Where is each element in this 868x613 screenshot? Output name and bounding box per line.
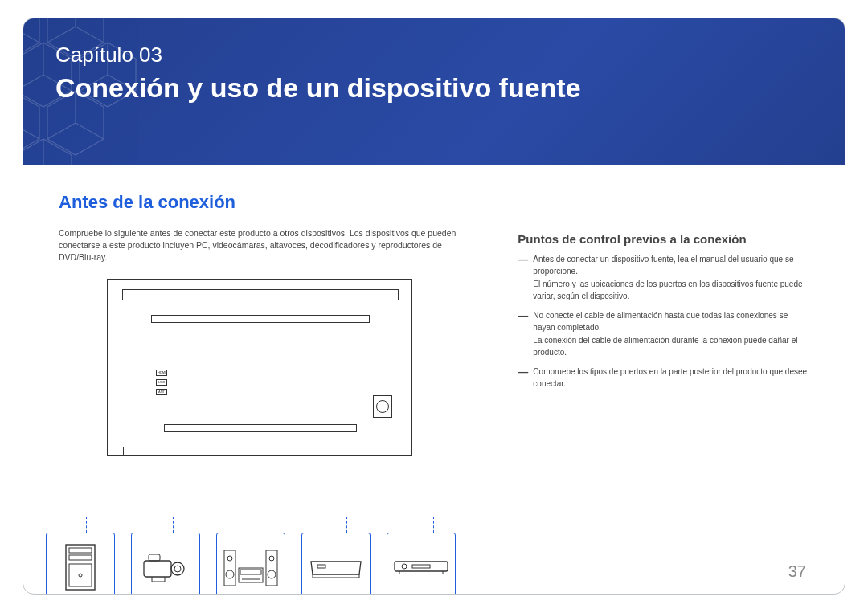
connection-diagram: HDMI USB ANT xyxy=(59,279,473,456)
checkpoint-main: Compruebe los tipos de puertos en la par… xyxy=(533,367,807,388)
dashed-connector xyxy=(260,517,260,533)
right-column: Puntos de control previos a la conexión … xyxy=(518,192,809,456)
svg-point-13 xyxy=(269,556,274,561)
device-set-top-box xyxy=(301,533,371,595)
intro-paragraph: Compruebe lo siguiente antes de conectar… xyxy=(59,227,473,264)
dashed-connector xyxy=(86,517,435,517)
stereo-speakers-icon xyxy=(223,546,279,589)
camcorder-icon xyxy=(141,550,190,585)
dashed-connector xyxy=(86,517,87,533)
checkpoint-item: ― No conecte el cable de alimentación ha… xyxy=(518,310,809,358)
port-label: HDMI xyxy=(156,370,167,376)
pc-tower-icon xyxy=(64,543,96,591)
set-top-box-icon xyxy=(309,555,362,579)
svg-point-19 xyxy=(402,564,407,569)
device-pc-tower xyxy=(46,533,115,595)
dvd-player-icon xyxy=(393,558,449,576)
svg-point-7 xyxy=(174,566,181,572)
svg-point-14 xyxy=(268,570,276,578)
svg-rect-0 xyxy=(66,545,95,590)
device-dvd-player xyxy=(387,533,456,595)
dash-icon: ― xyxy=(518,254,528,302)
dash-icon: ― xyxy=(518,366,528,390)
checkpoint-sub: El número y las ubicaciones de los puert… xyxy=(533,279,809,302)
svg-point-10 xyxy=(227,556,232,561)
left-column: Antes de la conexión Compruebe lo siguie… xyxy=(59,192,473,456)
dashed-connector xyxy=(260,468,260,517)
svg-rect-8 xyxy=(149,554,160,561)
svg-point-4 xyxy=(79,574,82,577)
chapter-label: Capítulo 03 xyxy=(55,43,813,67)
tv-back-panel: HDMI USB ANT xyxy=(107,279,412,456)
svg-rect-20 xyxy=(412,565,430,568)
svg-rect-3 xyxy=(69,564,92,586)
svg-point-6 xyxy=(171,562,184,575)
dash-icon: ― xyxy=(518,310,528,358)
content-area: Antes de la conexión Compruebe lo siguie… xyxy=(23,165,845,456)
svg-rect-2 xyxy=(69,555,92,560)
port-label: USB xyxy=(156,379,167,386)
subsection-heading: Puntos de control previos a la conexión xyxy=(518,232,809,246)
chapter-title: Conexión y uso de un dispositivo fuente xyxy=(55,72,813,104)
svg-point-11 xyxy=(226,570,234,578)
checkpoint-sub: La conexión del cable de alimentación du… xyxy=(533,335,809,358)
svg-rect-1 xyxy=(69,548,92,553)
port-label: ANT xyxy=(156,389,167,395)
cube-pattern-icon xyxy=(23,18,168,195)
checkpoint-item: ― Antes de conectar un dispositivo fuent… xyxy=(518,254,809,302)
devices-row xyxy=(46,533,456,595)
svg-rect-17 xyxy=(317,565,326,568)
checkpoint-item: ― Compruebe los tipos de puertos en la p… xyxy=(518,366,809,390)
chapter-banner: Capítulo 03 Conexión y uso de un disposi… xyxy=(23,18,845,165)
checkpoint-main: No conecte el cable de alimentación hast… xyxy=(533,311,788,332)
checkpoint-main: Antes de conectar un dispositivo fuente,… xyxy=(533,255,793,276)
svg-rect-16 xyxy=(240,570,261,574)
device-camcorder xyxy=(131,533,200,595)
page-frame: Capítulo 03 Conexión y uso de un disposi… xyxy=(23,18,845,595)
dashed-connector xyxy=(173,517,174,533)
device-stereo-speakers xyxy=(216,533,285,595)
dashed-connector xyxy=(346,517,347,533)
page-number: 37 xyxy=(788,562,806,581)
dashed-connector xyxy=(433,517,434,533)
svg-rect-18 xyxy=(395,562,448,571)
svg-rect-15 xyxy=(239,568,263,582)
svg-rect-5 xyxy=(144,561,171,577)
